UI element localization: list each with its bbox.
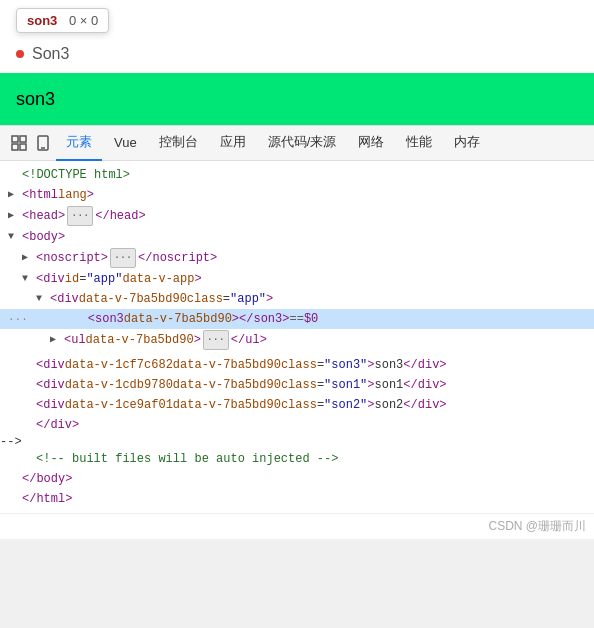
son3-equals: == (289, 310, 303, 328)
code-line-son1-div: ▶ <div data-v-1cdb9780 data-v-7ba5bd90 c… (0, 375, 594, 395)
devtools-panel: ▶ <!DOCTYPE html> <html lang > <head> ··… (0, 161, 594, 513)
son1-div-tag-end: > (367, 376, 374, 394)
son3-open-tag: <son3 (88, 310, 124, 328)
son1-div-v1-attr: data-v-1cdb9780 (65, 376, 173, 394)
app-id-attr: id="app" (65, 270, 123, 288)
code-line-doctype: ▶ <!DOCTYPE html> (0, 165, 594, 185)
code-line-comment: ▶ <!-- built files will be auto injected… (0, 449, 594, 469)
code-line-ul: <ul data-v-7ba5bd90 > ··· </ul> (0, 329, 594, 351)
son2-div-v2-attr: data-v-7ba5bd90 (173, 396, 281, 414)
arrow-noscript[interactable] (22, 249, 36, 267)
code-line-app-inner: <div data-v-7ba5bd90 class="app" > (0, 289, 594, 309)
arrow-html[interactable] (8, 186, 22, 204)
app-tag: <div (36, 270, 65, 288)
code-line-html-close: ▶ </html> (0, 489, 594, 509)
son1-div-content: son1 (375, 376, 404, 394)
code-line-son2-div: ▶ <div data-v-1ce9af01 data-v-7ba5bd90 c… (0, 395, 594, 415)
son2-div-v1-attr: data-v-1ce9af01 (65, 396, 173, 414)
tab-vue[interactable]: Vue (104, 125, 147, 161)
html-close-tag: </html> (22, 490, 72, 508)
son3-div-v2-attr: data-v-7ba5bd90 (173, 356, 281, 374)
son1-div-tag: <div (36, 376, 65, 394)
code-line-body-close: ▶ </body> (0, 469, 594, 489)
svg-rect-3 (20, 144, 26, 150)
son3-div-tag: <div (36, 356, 65, 374)
code-line-app: <div id="app" data-v-app > (0, 269, 594, 289)
tab-memory[interactable]: 内存 (444, 125, 490, 161)
inspector-icon[interactable] (8, 132, 30, 154)
son3-close-tag: ></son3> (232, 310, 290, 328)
ul-ellipsis[interactable]: ··· (203, 330, 229, 350)
app-tag-end: > (194, 270, 201, 288)
tab-console[interactable]: 控制台 (149, 125, 208, 161)
svg-rect-2 (20, 136, 26, 142)
head-tag: <head> (22, 207, 65, 225)
svg-rect-0 (12, 136, 18, 142)
code-line-son3[interactable]: ··· ▶ <son3 data-v-7ba5bd90 ></son3> == … (0, 309, 594, 329)
banner-text: son3 (16, 89, 55, 110)
son3-div-tag-end: > (367, 356, 374, 374)
csdn-watermark: CSDN @珊珊而川 (488, 518, 586, 535)
html-attr: lang (58, 186, 87, 204)
ul-tag: <ul (64, 331, 86, 349)
son3-div-close: </div> (403, 356, 446, 374)
code-line-noscript: <noscript> ··· </noscript> (0, 247, 594, 269)
son1-div-v2-attr: data-v-7ba5bd90 (173, 376, 281, 394)
app-inner-class-attr: class="app" (187, 290, 266, 308)
son3-div-v1-attr: data-v-1cf7c682 (65, 356, 173, 374)
close-div1-tag: </div> (36, 416, 79, 434)
bullet-text: Son3 (32, 45, 69, 63)
dots-icon: ··· (8, 310, 28, 328)
son1-div-class-attr: class="son1" (281, 376, 367, 394)
noscript-close: </noscript> (138, 249, 217, 267)
tab-application[interactable]: 应用 (210, 125, 256, 161)
mobile-icon[interactable] (32, 132, 54, 154)
ul-v-attr: data-v-7ba5bd90 (86, 331, 194, 349)
code-line-close-div1: ▶ </div> (0, 415, 594, 435)
html-tag: <html (22, 186, 58, 204)
injected-word: injected (252, 452, 310, 466)
html-tag-close: > (87, 186, 94, 204)
devtools-toolbar: 元素 Vue 控制台 应用 源代码/来源 网络 性能 内存 (0, 125, 594, 161)
tab-sources[interactable]: 源代码/来源 (258, 125, 347, 161)
code-line-head: <head> ··· </head> (0, 205, 594, 227)
code-line-son3-div: ▶ <div data-v-1cf7c682 data-v-7ba5bd90 c… (0, 355, 594, 375)
arrow-body[interactable] (8, 228, 22, 246)
tab-performance[interactable]: 性能 (396, 125, 442, 161)
tooltip-name: son3 (27, 13, 57, 28)
arrow-app-inner[interactable] (36, 290, 50, 308)
head-close: </head> (95, 207, 145, 225)
app-vapp-attr: data-v-app (122, 270, 194, 288)
ul-close: </ul> (231, 331, 267, 349)
arrow-head[interactable] (8, 207, 22, 225)
son2-div-tag: <div (36, 396, 65, 414)
son3-v-attr: data-v-7ba5bd90 (124, 310, 232, 328)
doctype-text: <!DOCTYPE html> (22, 166, 130, 184)
son2-div-content: son2 (375, 396, 404, 414)
son2-div-tag-end: > (367, 396, 374, 414)
noscript-tag: <noscript> (36, 249, 108, 267)
tab-network[interactable]: 网络 (348, 125, 394, 161)
bullet-dot (16, 50, 24, 58)
tab-elements[interactable]: 元素 (56, 125, 102, 161)
arrow-app[interactable] (22, 270, 36, 288)
code-line-body: <body> (0, 227, 594, 247)
tooltip-coords: 0 × 0 (69, 13, 98, 28)
body-close-tag: </body> (22, 470, 72, 488)
son3-dollar: $0 (304, 310, 318, 328)
tooltip-box: son3 0 × 0 (16, 8, 109, 33)
noscript-ellipsis[interactable]: ··· (110, 248, 136, 268)
code-line-html: <html lang > (0, 185, 594, 205)
head-ellipsis[interactable]: ··· (67, 206, 93, 226)
son2-div-close: </div> (403, 396, 446, 414)
bullet-item: Son3 (12, 39, 582, 73)
green-banner: son3 (0, 73, 594, 125)
son3-div-content: son3 (375, 356, 404, 374)
son1-div-close: </div> (403, 376, 446, 394)
ul-tag-end: > (194, 331, 201, 349)
app-inner-tag-end: > (266, 290, 273, 308)
arrow-ul[interactable] (50, 331, 64, 349)
top-section: son3 0 × 0 Son3 (0, 0, 594, 73)
son2-div-class-attr: class="son2" (281, 396, 367, 414)
bottom-bar: CSDN @珊珊而川 (0, 513, 594, 539)
